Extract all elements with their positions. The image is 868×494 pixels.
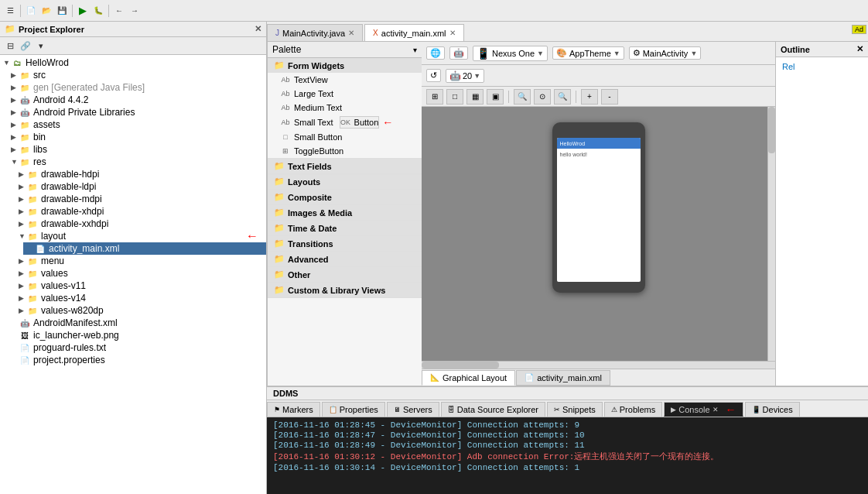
palette-item-label-textview: TextView — [294, 75, 328, 84]
palette-section-header-custom[interactable]: 📁 Custom & Library Views — [268, 283, 422, 297]
tree-item-drawable-xxhdpi[interactable]: ▶ 📁 drawable-xxhdpi — [15, 218, 266, 230]
palette-section-header-text-fields[interactable]: 📁 Text Fields — [268, 159, 422, 173]
label-menu: menu — [41, 256, 64, 266]
bottom-tab-problems[interactable]: ⚠ Problems — [604, 402, 662, 417]
console-close-icon[interactable]: ✕ — [713, 406, 719, 413]
palette-item-textview[interactable]: Ab TextView — [268, 73, 422, 87]
globe-button[interactable]: 🌐 — [426, 46, 445, 60]
bottom-tab-servers[interactable]: 🖥 Servers — [387, 402, 439, 417]
tree-item-activity-main[interactable]: 📄 activity_main.xml — [23, 242, 266, 255]
toggle-view2-button[interactable]: ▣ — [487, 89, 504, 105]
bottom-tabs: ⚑ Markers 📋 Properties 🖥 Servers 🗄 Data … — [267, 400, 868, 417]
tree-item-values-w820dp[interactable]: ▶ 📁 values-w820dp — [15, 304, 266, 317]
tree-item-values[interactable]: ▶ 📁 values — [15, 267, 266, 280]
palette-section-header-other[interactable]: 📁 Other — [268, 267, 422, 282]
toolbar-btn-new[interactable]: 📄 — [24, 4, 38, 18]
device-dropdown[interactable]: 📱 Nexus One ▼ — [473, 46, 548, 61]
palette-folder-form-widgets: 📁 — [274, 60, 285, 70]
palette-item-large-text[interactable]: Ab Large Text — [268, 87, 422, 101]
palette-section-header-images-media[interactable]: 📁 Images & Media — [268, 205, 422, 220]
bottom-tab-datasource[interactable]: 🗄 Data Source Explorer — [441, 402, 545, 417]
tree-item-res[interactable]: ▼ 📁 res — [8, 156, 266, 168]
api-level-dropdown[interactable]: 🤖 20 ▼ — [446, 69, 484, 83]
tree-item-bin[interactable]: ▶ 📁 bin — [8, 131, 266, 143]
palette-item-button[interactable]: OK Button — [340, 116, 380, 129]
bottom-tab-devices[interactable]: 📱 Devices — [745, 402, 800, 417]
bottom-tab-snippets-icon: ✂ — [554, 406, 560, 413]
palette-item-small-button[interactable]: □ Small Button — [268, 130, 422, 144]
pe-collapse-button[interactable]: ⊟ — [3, 39, 17, 53]
zoom-fit-button[interactable]: ⊞ — [426, 89, 443, 105]
palette-section-label-form-widgets: Form Widgets — [288, 61, 344, 70]
toolbar-btn-save[interactable]: 💾 — [55, 4, 69, 18]
tree-item-drawable-hdpi[interactable]: ▶ 📁 drawable-hdpi — [15, 168, 266, 180]
palette-item-toggle-button[interactable]: ⊞ ToggleButton — [268, 144, 422, 158]
palette-expand-button[interactable]: ▾ — [413, 46, 417, 54]
toolbar-btn-forward[interactable]: → — [128, 4, 142, 18]
pe-menu-button[interactable]: ▾ — [34, 39, 48, 53]
palette-section-header-transitions[interactable]: 📁 Transitions — [268, 236, 422, 251]
tree-item-android44[interactable]: ▶ 🤖 Android 4.4.2 — [8, 94, 266, 106]
tree-item-values-v14[interactable]: ▶ 📁 values-v14 — [15, 292, 266, 304]
palette-section-header-form-widgets[interactable]: 📁 Form Widgets — [268, 58, 422, 73]
activity-dropdown[interactable]: ⚙ MainActivity ▼ — [629, 46, 702, 60]
palette-section-header-layouts[interactable]: 📁 Layouts — [268, 174, 422, 189]
palette-section-header-time-date[interactable]: 📁 Time & Date — [268, 221, 422, 235]
tree-item-menu[interactable]: ▶ 📁 menu — [15, 255, 266, 267]
toolbar-btn-debug[interactable]: 🐛 — [91, 4, 105, 18]
outline-close[interactable]: ✕ — [856, 44, 863, 54]
tree-item-manifest[interactable]: 🤖 AndroidManifest.xml — [8, 317, 266, 329]
canvas-hscrollbar[interactable] — [422, 361, 775, 369]
toggle-view-button[interactable]: ▦ — [466, 89, 484, 105]
toolbar-btn-open[interactable]: 📂 — [39, 4, 53, 18]
label-values-w820dp: values-w820dp — [41, 305, 104, 316]
toolbar-btn-menu[interactable]: ☰ — [3, 4, 17, 18]
zoom-in-button[interactable]: 🔍 — [514, 89, 531, 105]
tab-xml-close[interactable]: ✕ — [449, 29, 456, 37]
tree-item-values-v11[interactable]: ▶ 📁 values-v11 — [15, 280, 266, 292]
tree-item-proguard[interactable]: 📄 proguard-rules.txt — [8, 341, 266, 354]
tree-item-gen[interactable]: ▶ 📁 gen [Generated Java Files] — [8, 81, 266, 94]
android-icon-button[interactable]: 🤖 — [449, 46, 468, 60]
canvas-scrollbar-thumb[interactable] — [768, 107, 775, 153]
tree-item-libs[interactable]: ▶ 📁 libs — [8, 143, 266, 156]
palette-section-header-composite[interactable]: 📁 Composite — [268, 190, 422, 204]
toolbar-btn-run[interactable]: ▶ — [76, 4, 90, 18]
zoom-out2-button[interactable]: - — [601, 89, 618, 105]
tree-item-drawable-xhdpi[interactable]: ▶ 📁 drawable-xhdpi — [15, 205, 266, 218]
zoom-out-button[interactable]: 🔍 — [554, 89, 571, 105]
tree-item-ic-launcher[interactable]: 🖼 ic_launcher-web.png — [8, 329, 266, 341]
palette-item-small-text[interactable]: Ab Small Text — [280, 117, 333, 128]
tree-item-helloword[interactable]: ▼ 🗂 HelloWrod — [0, 57, 266, 69]
tree-item-drawable-ldpi[interactable]: ▶ 📁 drawable-ldpi — [15, 180, 266, 193]
tab-activity-main-xml[interactable]: X activity_main.xml ✕ — [364, 24, 463, 41]
tree-item-android-private[interactable]: ▶ 🤖 Android Private Libraries — [8, 106, 266, 118]
bottom-tab-snippets[interactable]: ✂ Snippets — [547, 402, 603, 417]
tree-item-layout[interactable]: ▼ 📁 layout ← — [15, 230, 266, 242]
theme-dropdown[interactable]: 🎨 AppTheme ▼ — [552, 46, 624, 60]
palette-item-medium-text[interactable]: Ab Medium Text — [268, 101, 422, 115]
tree-item-assets[interactable]: ▶ 📁 assets — [8, 118, 266, 131]
tree-item-drawable-mdpi[interactable]: ▶ 📁 drawable-mdpi — [15, 193, 266, 205]
sub-tab-graphical-layout[interactable]: 📐 Graphical Layout — [422, 370, 515, 386]
bottom-tab-console[interactable]: ▶ Console ✕ ← — [664, 402, 743, 417]
bottom-tab-markers[interactable]: ⚑ Markers — [267, 402, 320, 417]
pe-link-button[interactable]: 🔗 — [19, 39, 32, 53]
label-drawable-xhdpi: drawable-xhdpi — [41, 206, 104, 217]
zoom-reset-button[interactable]: ⊙ — [534, 89, 551, 105]
zoom-in2-button[interactable]: + — [581, 89, 598, 105]
phone-app-title: HelloWrod — [560, 141, 586, 146]
bottom-tab-properties[interactable]: 📋 Properties — [322, 402, 385, 417]
canvas-hscrollbar-thumb[interactable] — [422, 362, 499, 369]
tab-mainactivity[interactable]: J MainActivity.java ✕ — [267, 24, 363, 41]
palette-section-header-advanced[interactable]: 📁 Advanced — [268, 252, 422, 266]
tree-item-src[interactable]: ▶ 📁 src — [8, 69, 266, 81]
zoom-actual-button[interactable]: □ — [446, 89, 463, 105]
rotate-button[interactable]: ↺ — [426, 69, 441, 82]
tab-mainactivity-close[interactable]: ✕ — [348, 29, 354, 37]
pe-close-button[interactable]: ✕ — [255, 24, 261, 34]
sub-tab-activity-main-xml[interactable]: 📄 activity_main.xml — [516, 370, 610, 386]
tree-item-project-props[interactable]: 📄 project.properties — [8, 354, 266, 366]
canvas-scrollbar[interactable] — [767, 107, 775, 361]
toolbar-btn-back[interactable]: ← — [112, 4, 126, 18]
